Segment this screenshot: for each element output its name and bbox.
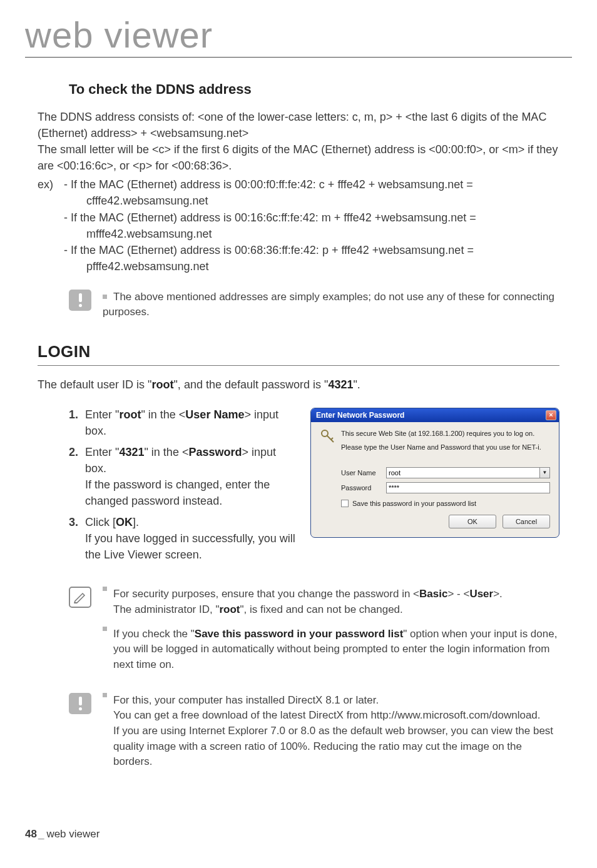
username-input[interactable] bbox=[386, 467, 539, 478]
ok-button[interactable]: OK bbox=[449, 515, 496, 528]
page-footer: 48_web viewer bbox=[25, 828, 100, 840]
example-2-line-1: - If the MAC (Ethernet) address is 00:16… bbox=[64, 211, 476, 224]
example-3-line-1: - If the MAC (Ethernet) address is 00:68… bbox=[64, 244, 474, 256]
password-dialog: Enter Network Password × This secure Web… bbox=[310, 408, 559, 538]
tip-2: If you check the "Save this password in … bbox=[113, 627, 559, 673]
ddns-heading: To check the DDNS address bbox=[69, 81, 559, 98]
dialog-message-2: Please type the User Name and Password t… bbox=[341, 443, 550, 451]
cancel-button[interactable]: Cancel bbox=[503, 515, 550, 528]
username-label: User Name bbox=[341, 469, 386, 477]
tip-1: For security purposes, ensure that you c… bbox=[113, 587, 559, 617]
step-2-number: 2. bbox=[69, 444, 85, 509]
divider bbox=[38, 365, 559, 366]
step-1-text: Enter "root" in the <User Name> input bo… bbox=[85, 406, 300, 439]
bullet-icon bbox=[103, 587, 107, 591]
save-password-label: Save this password in your password list bbox=[352, 500, 476, 507]
step-1-number: 1. bbox=[69, 406, 85, 439]
step-3-number: 3. bbox=[69, 514, 85, 563]
example-prefix: ex) bbox=[38, 176, 63, 193]
important-icon bbox=[69, 290, 91, 311]
close-button[interactable]: × bbox=[546, 410, 556, 420]
step-3-text: Click [OK]. If you have logged in succes… bbox=[85, 514, 300, 563]
page-number: 48 bbox=[25, 828, 37, 840]
bullet-icon bbox=[103, 295, 107, 299]
bullet-icon bbox=[103, 693, 107, 697]
svg-line-2 bbox=[331, 438, 333, 440]
footer-text: web viewer bbox=[46, 828, 100, 840]
dialog-message-1: This secure Web Site (at 192.168.1.200) … bbox=[341, 430, 550, 437]
example-3-line-2: pfffe42.websamsung.net bbox=[86, 258, 559, 275]
example-2-line-2: mfffe42.websamsung.net bbox=[86, 226, 559, 242]
ddns-paragraph-2: The small letter will be <c> if the firs… bbox=[38, 141, 559, 174]
example-1-line-2: cfffe42.websamsung.net bbox=[86, 193, 559, 209]
tip-3: For this, your computer has installed Di… bbox=[113, 693, 559, 770]
login-heading: LOGIN bbox=[38, 342, 559, 361]
important-icon bbox=[69, 693, 91, 714]
save-password-checkbox[interactable] bbox=[341, 500, 349, 507]
password-label: Password bbox=[341, 484, 386, 492]
bullet-icon bbox=[103, 627, 107, 631]
key-icon bbox=[320, 428, 337, 448]
note-icon bbox=[69, 587, 91, 608]
page-title: web viewer bbox=[25, 14, 572, 58]
step-2-text: Enter "4321" in the <Password> input box… bbox=[85, 444, 300, 509]
dialog-title: Enter Network Password bbox=[316, 411, 404, 420]
ddns-paragraph-1: The DDNS address consists of: <one of th… bbox=[38, 109, 559, 141]
username-dropdown-button[interactable]: ▼ bbox=[539, 467, 550, 478]
login-intro: The default user ID is "root", and the d… bbox=[38, 378, 559, 391]
example-1-line-1: - If the MAC (Ethernet) address is 00:00… bbox=[64, 178, 473, 191]
ddns-note: The above mentioned addresses are simply… bbox=[103, 291, 554, 318]
password-input[interactable] bbox=[386, 482, 550, 493]
